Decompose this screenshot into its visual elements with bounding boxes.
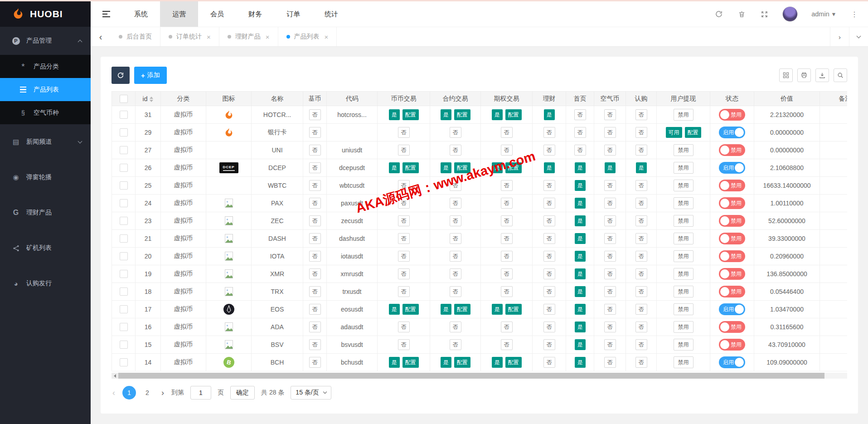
no-badge[interactable]: 否 [604,198,616,209]
row-checkbox[interactable] [120,234,128,243]
no-badge[interactable]: 否 [604,286,616,297]
withdraw-disabled-badge[interactable]: 禁用 [674,268,693,280]
topnav-item-system[interactable]: 系统 [122,1,160,27]
yes-badge[interactable]: 是 [492,162,503,173]
no-badge[interactable]: 否 [501,145,513,156]
status-toggle-off[interactable]: 禁用 [719,250,745,262]
no-badge[interactable]: 否 [309,251,321,262]
no-badge[interactable]: 否 [635,357,647,368]
tab-wealth-products[interactable]: 理财产品× [219,27,278,46]
withdraw-disabled-badge[interactable]: 禁用 [674,286,693,297]
no-badge[interactable]: 否 [543,357,555,368]
row-checkbox[interactable] [120,181,128,190]
topnav-item-finance[interactable]: 财务 [236,1,274,27]
tab-order-stats[interactable]: 订单统计× [160,27,219,46]
row-checkbox[interactable] [120,164,128,172]
yes-badge[interactable]: 是 [389,162,400,173]
status-toggle-off[interactable]: 禁用 [719,180,745,191]
no-badge[interactable]: 否 [309,109,321,120]
no-badge[interactable]: 否 [501,339,513,350]
yes-badge[interactable]: 是 [575,304,586,315]
no-badge[interactable]: 否 [604,304,616,315]
config-badge[interactable]: 配置 [505,162,522,173]
topnav-item-member[interactable]: 会员 [198,1,236,27]
no-badge[interactable]: 否 [309,357,321,368]
row-checkbox[interactable] [120,146,128,154]
status-toggle-off[interactable]: 禁用 [719,321,745,333]
yes-badge[interactable]: 是 [575,251,586,262]
no-badge[interactable]: 否 [604,127,616,138]
no-badge[interactable]: 否 [501,198,513,209]
no-badge[interactable]: 否 [635,339,647,350]
yes-badge[interactable]: 是 [575,357,586,368]
sidebar-item-product-list[interactable]: 产品列表 [0,78,91,101]
no-badge[interactable]: 否 [604,357,616,368]
sidebar-group-product-management[interactable]: P产品管理 [0,27,91,55]
no-badge[interactable]: 否 [501,286,513,297]
yes-badge[interactable]: 是 [575,180,586,191]
withdraw-disabled-badge[interactable]: 禁用 [674,109,693,121]
sort-icon[interactable] [150,97,153,102]
no-badge[interactable]: 否 [398,233,410,244]
withdraw-disabled-badge[interactable]: 禁用 [674,356,693,368]
withdraw-disabled-badge[interactable]: 禁用 [674,144,693,156]
brand-logo[interactable]: HUOBI [0,1,91,27]
yes-badge[interactable]: 是 [575,162,586,173]
config-badge[interactable]: 配置 [454,304,470,315]
tab-product-list[interactable]: 产品列表× [278,27,337,46]
no-badge[interactable]: 否 [309,162,321,173]
status-toggle-off[interactable]: 禁用 [719,144,745,156]
no-badge[interactable]: 否 [604,180,616,191]
no-badge[interactable]: 否 [604,109,616,120]
config-badge[interactable]: 配置 [402,162,419,173]
yes-badge[interactable]: 是 [441,357,451,368]
print-icon[interactable] [797,68,811,82]
sidebar-item-air-coins[interactable]: §空气币种 [0,101,91,124]
trash-icon[interactable] [737,10,746,19]
yes-badge[interactable]: 是 [441,109,451,120]
yes-badge[interactable]: 是 [575,339,586,350]
withdraw-available-badge[interactable]: 可用 [666,127,682,138]
row-checkbox[interactable] [120,358,128,366]
yes-badge[interactable]: 是 [389,357,400,368]
yes-badge[interactable]: 是 [492,357,503,368]
horizontal-scrollbar[interactable] [112,373,847,379]
no-badge[interactable]: 否 [450,268,461,279]
no-badge[interactable]: 否 [398,145,410,156]
no-badge[interactable]: 否 [543,286,555,297]
yes-badge[interactable]: 是 [544,109,555,120]
no-badge[interactable]: 否 [309,286,321,297]
no-badge[interactable]: 否 [398,268,410,279]
no-badge[interactable]: 否 [450,215,461,226]
no-badge[interactable]: 否 [501,180,513,191]
prev-page-icon[interactable]: ‹ [112,388,116,398]
status-toggle-on[interactable]: 启用 [719,127,745,138]
status-toggle-off[interactable]: 禁用 [719,215,745,227]
config-badge[interactable]: 配置 [402,357,419,368]
user-avatar[interactable] [782,6,798,22]
page-number-1[interactable]: 1 [122,386,136,400]
no-badge[interactable]: 否 [309,127,321,138]
status-toggle-off[interactable]: 禁用 [719,233,745,244]
no-badge[interactable]: 否 [604,268,616,279]
sidebar-item-subscription-issue[interactable]: ◕认购发行 [0,266,91,301]
status-toggle-off[interactable]: 禁用 [719,109,745,121]
no-badge[interactable]: 否 [604,251,616,262]
yes-badge[interactable]: 是 [441,162,451,173]
sidebar-item-miner-list[interactable]: 矿机列表 [0,230,91,266]
no-badge[interactable]: 否 [635,145,647,156]
page-size-select[interactable]: 15 条/页 [291,386,331,400]
scroll-left-arrow-icon[interactable] [112,373,118,379]
fullscreen-icon[interactable] [760,10,769,19]
row-checkbox[interactable] [120,111,128,119]
config-badge[interactable]: 配置 [505,357,522,368]
sidebar-item-popup-carousel[interactable]: ◉弹窗轮播 [0,160,91,195]
withdraw-disabled-badge[interactable]: 禁用 [674,250,693,262]
refresh-icon[interactable] [714,10,723,19]
no-badge[interactable]: 否 [398,339,410,350]
no-badge[interactable]: 否 [450,322,461,332]
config-badge[interactable]: 配置 [685,127,701,138]
row-checkbox[interactable] [120,288,128,296]
no-badge[interactable]: 否 [574,145,586,156]
no-badge[interactable]: 否 [543,304,555,315]
